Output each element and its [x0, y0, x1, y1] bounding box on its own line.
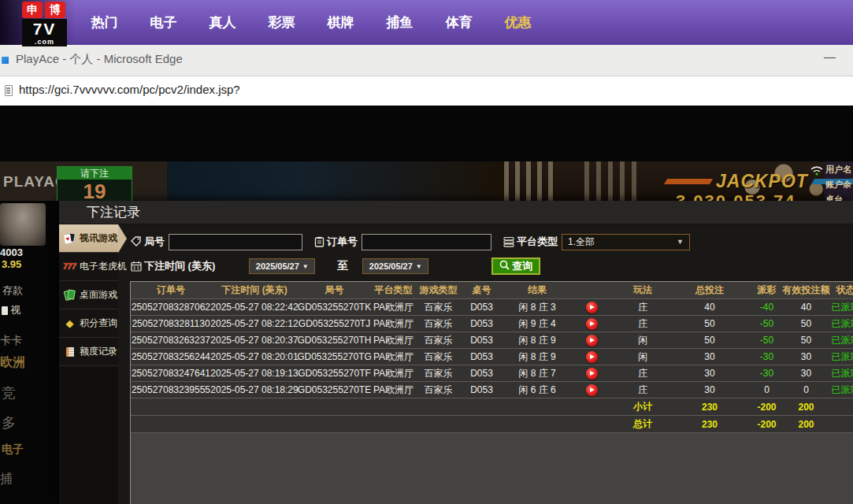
browser-title-bar: PlayAce - 个人 - Microsoft Edge —	[0, 45, 853, 76]
nav-item-6[interactable]: 体育	[429, 13, 488, 32]
cell-platform: PA欧洲厅	[371, 332, 416, 348]
nav-item-3[interactable]: 彩票	[252, 13, 311, 32]
url-field[interactable]: https://gci.7vvvvvv.com/pc/pcv2/index.js…	[19, 83, 240, 96]
cell-result: 闲 6 庄 6	[503, 382, 572, 398]
banner-stripes	[584, 161, 641, 201]
platform-type-select[interactable]: 1.全部 ▼	[562, 234, 690, 250]
replay-play-button[interactable]	[586, 318, 598, 330]
replay-play-button[interactable]	[586, 351, 598, 363]
background-fragment: 竞	[2, 384, 16, 402]
order-no-input[interactable]	[362, 234, 491, 250]
bet-records-modal: 下注记录 ♥视讯游戏777电子老虎机桌面游戏◆积分查询额度记录 局号 订单号	[59, 201, 853, 504]
cell-round-no: GD053255270TG	[298, 349, 371, 365]
cell-valid-bet: 0	[788, 382, 824, 398]
background-fragment: 3.95	[2, 258, 21, 270]
sidebar-item-0[interactable]: ♥视讯游戏	[59, 224, 118, 253]
sidebar-item-label: 视讯游戏	[80, 232, 117, 245]
search-button[interactable]: 查询	[491, 258, 540, 275]
banner-account-info: 用户名账户余桌台	[825, 164, 851, 201]
table-row: 2505270832562442025-05-27 08:20:01GD0532…	[131, 349, 853, 365]
banner-info-line-1: 账户余	[825, 179, 851, 191]
cell-payout: -50	[745, 332, 788, 348]
minimize-button[interactable]: —	[824, 50, 836, 63]
cell-order-no: 订单号	[131, 282, 211, 298]
cell-result: 结果	[503, 282, 572, 298]
user-avatar[interactable]	[0, 203, 46, 246]
background-fragment: 卡卡	[0, 334, 22, 348]
cell-table-no: 桌号	[461, 282, 503, 298]
cell-bet-time	[211, 416, 298, 432]
sidebar-item-3[interactable]: ◆积分查询	[59, 309, 118, 338]
date-from-button[interactable]: 2025/05/27 ▼	[249, 258, 315, 274]
cell-order-no: 250527083287062	[131, 299, 211, 315]
nav-item-7[interactable]: 优惠	[488, 13, 547, 32]
date-to-value: 2025/05/27	[369, 261, 413, 271]
calendar-icon	[131, 261, 142, 272]
cell-bet-time: 2025-05-27 08:19:13	[211, 365, 298, 381]
cell-platform	[371, 416, 416, 432]
cell-status: 已派彩	[824, 349, 853, 365]
cell-play-side: 总计	[611, 416, 674, 432]
cell-status	[824, 416, 853, 432]
points-diamond-icon: ◆	[63, 318, 76, 328]
cell-round-no: GD053255270TF	[298, 365, 371, 381]
cell-round-no	[298, 416, 371, 432]
cell-order-no	[131, 416, 211, 432]
sidebar-item-label: 额度记录	[80, 345, 117, 358]
cell-replay	[572, 332, 611, 348]
cell-replay	[572, 282, 611, 298]
table-row: 2505270832870622025-05-27 08:22:42GD0532…	[131, 299, 853, 316]
cell-total-bet: 40	[674, 299, 745, 315]
chevron-down-icon: ▼	[677, 238, 684, 246]
cell-total-bet: 总投注	[674, 282, 745, 298]
site-logo[interactable]: 申 博 7V .com	[22, 2, 67, 46]
nav-item-0[interactable]: 热门	[75, 13, 134, 32]
cell-total-bet: 30	[674, 349, 745, 365]
sidebar-item-2[interactable]: 桌面游戏	[59, 281, 118, 309]
cell-total-bet: 230	[674, 398, 745, 415]
page-icon	[5, 85, 13, 96]
cell-valid-bet: 40	[788, 299, 824, 315]
round-no-input[interactable]	[169, 234, 302, 250]
cell-payout: -50	[745, 316, 788, 332]
chevron-down-icon: ▼	[416, 263, 422, 270]
cell-valid-bet: 50	[788, 316, 824, 332]
cell-replay	[572, 299, 611, 315]
play-icon	[590, 371, 595, 376]
date-to-button[interactable]: 2025/05/27 ▼	[362, 258, 428, 274]
nav-item-1[interactable]: 电子	[134, 13, 193, 32]
cell-game-type	[416, 398, 461, 415]
wifi-icon	[810, 165, 824, 179]
window-title: PlayAce - 个人 - Microsoft Edge	[16, 52, 183, 67]
order-no-label: 订单号	[327, 235, 358, 249]
banner-mid-panel	[167, 161, 506, 201]
sidebar-item-1[interactable]: 777电子老虎机	[59, 253, 118, 281]
cell-play-side: 庄	[611, 299, 674, 315]
background-fragment: 4003	[0, 246, 23, 258]
browser-url-bar: https://gci.7vvvvvv.com/pc/pcv2/index.js…	[0, 76, 853, 106]
date-range-to-label: 至	[337, 259, 348, 273]
replay-play-button[interactable]	[586, 335, 598, 346]
cell-status: 已派彩	[824, 365, 853, 381]
cell-replay	[572, 365, 611, 381]
replay-play-button[interactable]	[586, 302, 598, 313]
nav-item-2[interactable]: 真人	[193, 13, 252, 32]
site-nav-items: 热门电子真人彩票棋牌捕鱼体育优惠	[75, 0, 547, 45]
replay-play-button[interactable]	[586, 384, 598, 396]
casino-banner: PLAYACE 请下注 19 JACKPOT 3,030,053.74 用户名账…	[0, 161, 853, 201]
play-icon	[590, 387, 595, 392]
cell-table-no: D053	[461, 299, 503, 315]
cell-platform	[371, 398, 416, 415]
cell-play-side: 庄	[611, 316, 674, 332]
nav-item-5[interactable]: 捕鱼	[370, 13, 429, 32]
background-fragment: 捕	[0, 471, 13, 487]
cell-valid-bet: 50	[788, 332, 824, 348]
sidebar-item-4[interactable]: 额度记录	[59, 338, 118, 366]
replay-play-button[interactable]	[586, 368, 598, 380]
cell-platform: PA欧洲厅	[371, 365, 416, 381]
cell-bet-time: 2025-05-27 08:20:01	[211, 349, 298, 365]
cell-payout: 0	[745, 382, 788, 398]
platform-type-value: 1.全部	[568, 235, 595, 249]
nav-item-4[interactable]: 棋牌	[311, 13, 370, 32]
table-header-row: 订单号下注时间 (美东)局号平台类型游戏类型桌号结果玩法总投注派彩有效投注额状态	[131, 282, 853, 299]
